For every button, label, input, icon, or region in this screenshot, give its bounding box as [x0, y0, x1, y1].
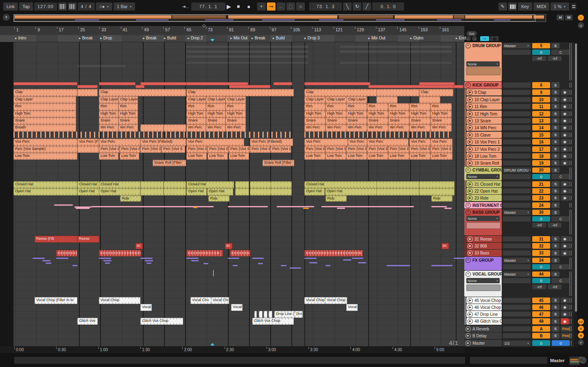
- perc-vox-sample-clip[interactable]: Perc (Vox S: [388, 146, 409, 153]
- track-play-icon[interactable]: ▶: [466, 341, 471, 346]
- automation-link-toggle[interactable]: ⊸: [480, 36, 489, 41]
- optimize-height-button[interactable]: H: [557, 15, 564, 20]
- solo-button[interactable]: S: [551, 210, 560, 215]
- vox-perc-clip[interactable]: Vox Perc: [99, 139, 140, 146]
- bass-e-clip[interactable]: EEEEEEE: [230, 250, 250, 256]
- vocal-46-clip[interactable]: Vocal: [231, 304, 243, 311]
- track-play-icon[interactable]: ▶: [468, 118, 473, 124]
- pan-knob-value[interactable]: 0: [532, 264, 550, 269]
- drop-line-47-clip[interactable]: [269, 311, 272, 318]
- track-io-box[interactable]: [503, 125, 531, 130]
- closed-hat-clip[interactable]: Closed Hat: [304, 181, 377, 188]
- track-number[interactable]: 47: [532, 311, 550, 317]
- metronome-button[interactable]: ○●▼: [96, 2, 112, 11]
- rim-clip[interactable]: Rim: [206, 103, 225, 111]
- low-tom-clip[interactable]: Low Tom: [120, 153, 139, 160]
- track-name-17-vox-perc-2[interactable]: ▶17 Vox Perc 2: [466, 146, 502, 152]
- track-io-box[interactable]: [503, 182, 531, 187]
- perc-vox-sample-clip[interactable]: Perc (Vox Sample): [13, 146, 77, 153]
- pan-knob-value[interactable]: 0: [532, 50, 550, 55]
- kick-clip[interactable]: [229, 85, 271, 88]
- pan-knob-value[interactable]: 0: [532, 174, 550, 179]
- track-name-14-wn-perc[interactable]: ▶14 WN Perc: [466, 124, 502, 131]
- crossfade-c-button[interactable]: C: [551, 216, 570, 222]
- track-name-22-open-hat[interactable]: ▶22 Open Hat: [466, 188, 502, 194]
- reese-clip[interactable]: Reese (Filt: [35, 236, 77, 243]
- high-tom-clip[interactable]: High Tom: [409, 111, 431, 117]
- locator-mix-out[interactable]: ▶Mix Out: [230, 36, 247, 40]
- optimize-width-button[interactable]: W: [565, 15, 573, 20]
- wn-perc-clip[interactable]: Wn Perc: [388, 124, 409, 132]
- solo-button[interactable]: S: [551, 188, 560, 194]
- group-fold-icon[interactable]: ≡: [466, 83, 471, 88]
- track-play-icon[interactable]: ▶: [468, 104, 473, 109]
- clap-layer-clip[interactable]: [419, 96, 440, 103]
- quantization-menu[interactable]: 1 Bar▼: [114, 2, 135, 11]
- solo-button[interactable]: S: [551, 271, 560, 277]
- vox-perc-clip[interactable]: Vox Perc: [431, 139, 452, 146]
- high-tom-clip[interactable]: High Tom: [431, 111, 452, 117]
- follow-icon[interactable]: ➔‥: [181, 2, 190, 11]
- stop-button[interactable]: ■: [237, 4, 246, 9]
- wn-perc-clip[interactable]: [164, 124, 186, 132]
- nudge-down-icon[interactable]: [58, 2, 67, 11]
- high-tom-clip[interactable]: High Tom: [367, 111, 388, 117]
- track-play-icon[interactable]: ▶: [468, 319, 473, 324]
- locator-break[interactable]: ▶Break: [143, 36, 157, 40]
- clap-clip[interactable]: [376, 89, 419, 96]
- track-io-box[interactable]: [503, 319, 531, 324]
- arm-button[interactable]: ◉: [561, 195, 569, 201]
- bar-ruler[interactable]: 1917253341495765738189971051131211291371…: [0, 26, 464, 35]
- track-play-icon[interactable]: ▶: [468, 237, 473, 242]
- perc-vox-sample-clip[interactable]: Perc (Vox S: [120, 146, 140, 153]
- arm-button[interactable]: ◉: [561, 153, 569, 159]
- low-tom-clip[interactable]: Low Tom: [409, 153, 431, 160]
- nudge-up-icon[interactable]: [68, 2, 77, 11]
- vocal-chop-45-clip[interactable]: Vocal Chop: [211, 297, 229, 304]
- perc-vox-sample-clip[interactable]: Perc (Vox S: [346, 146, 367, 153]
- next-locator-button[interactable]: →: [472, 36, 477, 41]
- locator-break[interactable]: ▶Break: [251, 36, 265, 40]
- track-io-box[interactable]: [503, 298, 531, 303]
- output-routing-menu[interactable]: Master▼: [503, 210, 531, 215]
- wn-perc-clip[interactable]: [140, 124, 164, 132]
- low-tom-clip[interactable]: Low Tom: [431, 153, 452, 160]
- solo-button[interactable]: S: [551, 311, 560, 317]
- kick-clip[interactable]: [368, 85, 455, 88]
- low-tom-clip[interactable]: Low Tom: [13, 153, 77, 160]
- track-io-box[interactable]: [503, 189, 531, 193]
- solo-button[interactable]: S: [551, 333, 560, 339]
- arm-button[interactable]: ◉: [561, 118, 569, 124]
- solo-button[interactable]: S: [551, 202, 560, 208]
- vocal-chop-45-clip[interactable]: Vocal Chop: [304, 297, 326, 304]
- bass-e-clip[interactable]: EEEEEEEEEEEEEEEEEEEEB: [304, 250, 363, 256]
- rim-clip[interactable]: Rim: [346, 103, 367, 111]
- device-chooser-menu[interactable]: None▼: [466, 216, 500, 221]
- overview-menu-icon[interactable]: ≡: [578, 15, 584, 21]
- cue-out-menu[interactable]: 1/2▼: [503, 341, 531, 346]
- solo-button[interactable]: S: [551, 132, 560, 138]
- output-routing-menu[interactable]: Master▼: [503, 43, 531, 48]
- track-name-48-glitch-vox-c[interactable]: ▶48 Glitch Vox C: [466, 318, 502, 325]
- track-play-icon[interactable]: ▶: [468, 97, 473, 102]
- open-hat-clip[interactable]: [140, 188, 164, 195]
- 808-clip[interactable]: 80: [442, 243, 449, 249]
- bass-e-clip[interactable]: EEEEEEEEEEEB: [186, 250, 223, 256]
- clave-clip[interactable]: [13, 132, 185, 138]
- clap-layer-clip[interactable]: Clap Layer: [118, 96, 138, 103]
- arm-button[interactable]: ◉: [561, 97, 569, 102]
- snare-clip[interactable]: Snare: [346, 117, 367, 124]
- high-tom-clip[interactable]: High Tom: [186, 111, 206, 117]
- solo-button[interactable]: S: [551, 89, 560, 95]
- clap-layer-clip[interactable]: Clap Layer: [186, 96, 206, 103]
- track-io-box[interactable]: [503, 161, 531, 165]
- track-number[interactable]: 6: [532, 82, 550, 88]
- rim-clip[interactable]: Rim: [326, 103, 347, 111]
- solo-button[interactable]: S: [551, 258, 560, 263]
- track-name-a-reverb[interactable]: ▶A Reverb: [464, 326, 502, 332]
- arm-button[interactable]: ◉: [561, 188, 569, 194]
- track-play-icon[interactable]: ▶: [468, 90, 473, 95]
- closed-hat-clip[interactable]: [419, 181, 455, 188]
- arm-button[interactable]: ◉: [561, 304, 569, 310]
- volume-inf-field[interactable]: -inf: [532, 223, 546, 228]
